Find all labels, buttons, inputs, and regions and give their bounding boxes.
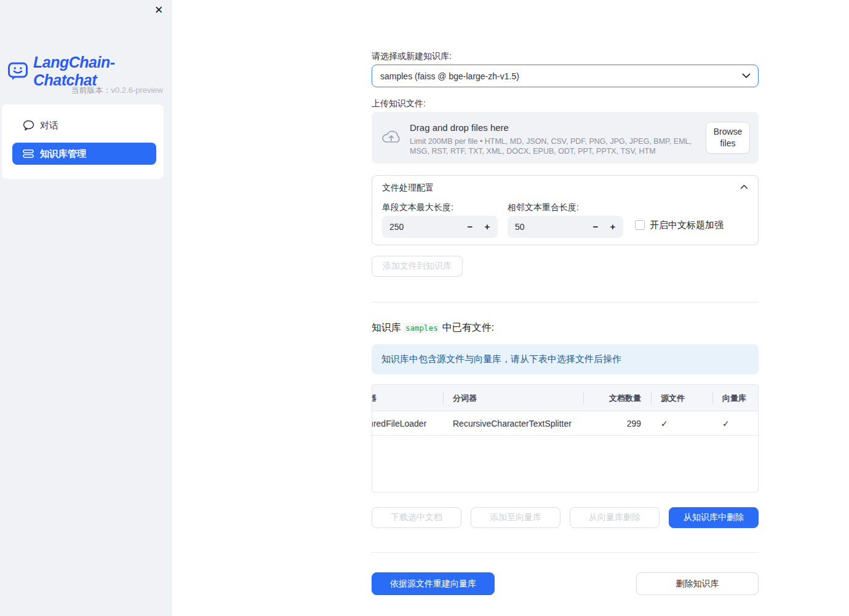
kb-files-heading: 知识库samples中已有文件:	[372, 322, 494, 334]
file-config-expander: 文件处理配置 单段文本最大长度: 相邻文本重合长度: 250 − + 50 − …	[372, 175, 759, 245]
col-header-vector-store[interactable]: 向量库	[712, 385, 759, 411]
add-files-to-kb-button[interactable]: 添加文件到知识库	[372, 256, 463, 277]
sidebar-menu: 对话 知识库管理	[2, 105, 164, 179]
header-separator	[443, 392, 444, 404]
col-header-source-file[interactable]: 源文件	[651, 385, 712, 411]
browse-files-button[interactable]: Browse files	[706, 122, 750, 154]
list-icon	[22, 148, 34, 160]
chevron-down-icon	[742, 73, 751, 79]
chunk-size-input[interactable]: 250 − +	[382, 216, 498, 238]
delete-kb-button[interactable]: 删除知识库	[636, 572, 759, 595]
chat-bubble-icon	[22, 119, 34, 132]
expander-title[interactable]: 文件处理配置	[382, 183, 434, 194]
delete-from-kb-button[interactable]: 从知识库中删除	[669, 507, 759, 528]
cell-vector-store-check: ✓	[712, 411, 759, 435]
header-separator	[712, 392, 713, 404]
cell-source-file-check: ✓	[651, 411, 712, 435]
version-text: 当前版本：v0.2.6-preview	[71, 85, 163, 96]
dropzone-limit-text: Limit 200MB per file • HTML, MD, JSON, C…	[410, 136, 704, 156]
sidebar-item-label: 对话	[40, 120, 58, 132]
download-selected-button[interactable]: 下载选中文档	[372, 507, 461, 528]
zh-title-enhance-label: 开启中文标题加强	[650, 219, 723, 231]
app-title: LangChain-Chatchat	[33, 53, 172, 89]
minus-icon[interactable]: −	[588, 216, 604, 238]
app-logo: LangChain-Chatchat	[7, 53, 172, 89]
divider	[372, 552, 759, 553]
kb-name-code: samples	[403, 323, 440, 333]
chunk-size-label: 单段文本最大长度:	[382, 202, 453, 213]
chevron-up-icon[interactable]	[740, 184, 748, 189]
sidebar-item-label: 知识库管理	[40, 148, 86, 160]
dropzone-title: Drag and drop files here	[410, 122, 509, 133]
main-content: 请选择或新建知识库: samples (faiss @ bge-large-zh…	[372, 0, 759, 616]
chunk-overlap-input[interactable]: 50 − +	[508, 216, 623, 238]
info-banner: 知识库中包含源文件与向量库，请从下表中选择文件后操作	[372, 344, 759, 374]
chunk-size-value: 250	[389, 216, 404, 238]
col-header-doc-count[interactable]: 文档数量	[583, 385, 651, 411]
minus-icon[interactable]: −	[462, 216, 478, 238]
upload-label: 上传知识文件:	[372, 98, 426, 109]
cell-splitter: RecursiveCharacterTextSplitter	[443, 411, 583, 435]
file-uploader-dropzone[interactable]: Drag and drop files here Limit 200MB per…	[372, 112, 759, 164]
sidebar-item-dialogue[interactable]: 对话	[12, 114, 156, 136]
rebuild-vector-store-button[interactable]: 依据源文件重建向量库	[372, 572, 495, 595]
zh-title-enhance-checkbox[interactable]	[635, 220, 645, 230]
sidebar: ✕ LangChain-Chatchat 当前版本：v0.2.6-preview	[0, 0, 172, 616]
chunk-overlap-value: 50	[515, 216, 525, 238]
header-separator	[583, 392, 584, 404]
chat-smiley-logo-icon	[7, 61, 28, 81]
delete-from-vector-store-button[interactable]: 从向量库删除	[570, 507, 660, 528]
divider	[372, 302, 759, 302]
table-inner: 文档加载器 分词器 文档数量 源文件 向量库 UnstructuredFileL…	[372, 385, 759, 436]
plus-icon[interactable]: +	[605, 216, 621, 238]
kb-files-table[interactable]: 文档加载器 分词器 文档数量 源文件 向量库 UnstructuredFileL…	[372, 384, 759, 492]
kb-select-dropdown[interactable]: samples (faiss @ bge-large-zh-v1.5)	[372, 65, 759, 87]
kb-select-label: 请选择或新建知识库:	[372, 51, 452, 62]
header-separator	[651, 392, 652, 404]
col-header-splitter[interactable]: 分词器	[443, 385, 583, 411]
table-row[interactable]: UnstructuredFileLoader RecursiveCharacte…	[372, 411, 759, 436]
cell-doc-count: 299	[583, 411, 651, 435]
add-to-vector-store-button[interactable]: 添加至向量库	[471, 507, 560, 528]
table-header: 文档加载器 分词器 文档数量 源文件 向量库	[372, 385, 759, 411]
close-sidebar-icon[interactable]: ✕	[152, 4, 165, 17]
cell-loader: UnstructuredFileLoader	[372, 411, 443, 435]
kb-select-value: samples (faiss @ bge-large-zh-v1.5)	[380, 71, 742, 81]
plus-icon[interactable]: +	[479, 216, 495, 238]
upload-cloud-icon	[381, 128, 401, 145]
col-header-loader[interactable]: 文档加载器	[372, 385, 443, 411]
chunk-overlap-label: 相邻文本重合长度:	[508, 202, 579, 213]
sidebar-item-kb-management[interactable]: 知识库管理	[12, 143, 156, 165]
kb-management-page: ✕ LangChain-Chatchat 当前版本：v0.2.6-preview	[0, 0, 849, 616]
